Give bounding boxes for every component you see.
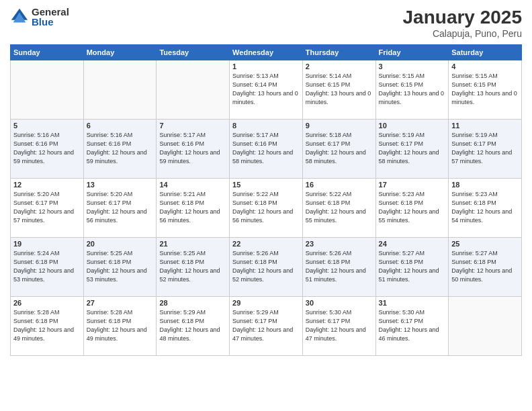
calendar-title: January 2025 [403, 7, 522, 28]
day-info: Sunrise: 5:24 AMSunset: 6:18 PMDaylight:… [13, 249, 81, 284]
day-info: Sunrise: 5:29 AMSunset: 6:17 PMDaylight:… [232, 308, 300, 343]
table-cell: 5Sunrise: 5:16 AMSunset: 6:16 PMDaylight… [11, 120, 84, 179]
day-number: 24 [379, 240, 446, 248]
header-monday: Monday [83, 45, 157, 60]
table-cell: 6Sunrise: 5:16 AMSunset: 6:16 PMDaylight… [83, 120, 157, 179]
table-cell: 12Sunrise: 5:20 AMSunset: 6:17 PMDayligh… [11, 179, 84, 238]
table-cell: 25Sunrise: 5:27 AMSunset: 6:18 PMDayligh… [449, 238, 522, 297]
day-number: 28 [159, 299, 226, 307]
day-number: 12 [13, 181, 81, 189]
table-cell: 19Sunrise: 5:24 AMSunset: 6:18 PMDayligh… [11, 238, 84, 297]
calendar-subtitle: Calapuja, Puno, Peru [403, 28, 522, 39]
table-cell: 22Sunrise: 5:26 AMSunset: 6:18 PMDayligh… [230, 238, 303, 297]
table-cell [157, 60, 230, 120]
day-info: Sunrise: 5:22 AMSunset: 6:18 PMDaylight:… [306, 190, 373, 225]
day-info: Sunrise: 5:17 AMSunset: 6:16 PMDaylight:… [159, 131, 226, 166]
day-info: Sunrise: 5:27 AMSunset: 6:18 PMDaylight:… [451, 249, 519, 284]
table-cell: 9Sunrise: 5:18 AMSunset: 6:17 PMDaylight… [302, 120, 375, 179]
day-number: 8 [232, 122, 300, 130]
day-number: 4 [451, 62, 519, 71]
table-cell: 27Sunrise: 5:28 AMSunset: 6:18 PMDayligh… [83, 297, 157, 356]
table-cell: 28Sunrise: 5:29 AMSunset: 6:18 PMDayligh… [157, 297, 230, 356]
week-row-2: 12Sunrise: 5:20 AMSunset: 6:17 PMDayligh… [11, 179, 522, 238]
week-row-4: 26Sunrise: 5:28 AMSunset: 6:18 PMDayligh… [11, 297, 522, 356]
table-cell: 21Sunrise: 5:25 AMSunset: 6:18 PMDayligh… [157, 238, 230, 297]
table-cell: 16Sunrise: 5:22 AMSunset: 6:18 PMDayligh… [302, 179, 375, 238]
day-number: 30 [306, 299, 373, 307]
day-number: 25 [451, 240, 519, 248]
day-number: 22 [232, 240, 300, 248]
day-info: Sunrise: 5:30 AMSunset: 6:17 PMDaylight:… [306, 308, 373, 343]
table-cell: 18Sunrise: 5:23 AMSunset: 6:18 PMDayligh… [449, 179, 522, 238]
day-info: Sunrise: 5:30 AMSunset: 6:17 PMDaylight:… [379, 308, 446, 343]
day-info: Sunrise: 5:14 AMSunset: 6:15 PMDaylight:… [306, 72, 373, 107]
day-number: 6 [87, 122, 154, 130]
day-number: 9 [306, 122, 373, 130]
day-info: Sunrise: 5:13 AMSunset: 6:14 PMDaylight:… [232, 72, 300, 107]
day-number: 2 [306, 62, 373, 71]
table-cell: 30Sunrise: 5:30 AMSunset: 6:17 PMDayligh… [302, 297, 375, 356]
day-number: 15 [232, 181, 300, 189]
day-number: 29 [232, 299, 300, 307]
table-cell: 26Sunrise: 5:28 AMSunset: 6:18 PMDayligh… [11, 297, 84, 356]
day-number: 7 [159, 122, 226, 130]
day-info: Sunrise: 5:18 AMSunset: 6:17 PMDaylight:… [306, 131, 373, 166]
table-cell: 14Sunrise: 5:21 AMSunset: 6:18 PMDayligh… [157, 179, 230, 238]
day-info: Sunrise: 5:26 AMSunset: 6:18 PMDaylight:… [232, 249, 300, 284]
day-info: Sunrise: 5:19 AMSunset: 6:17 PMDaylight:… [379, 131, 446, 166]
header-friday: Friday [375, 45, 449, 60]
table-cell [83, 60, 157, 120]
day-number: 13 [87, 181, 154, 189]
table-cell: 24Sunrise: 5:27 AMSunset: 6:18 PMDayligh… [375, 238, 449, 297]
table-cell: 29Sunrise: 5:29 AMSunset: 6:17 PMDayligh… [230, 297, 303, 356]
day-number: 23 [306, 240, 373, 248]
day-number: 20 [87, 240, 154, 248]
day-info: Sunrise: 5:23 AMSunset: 6:18 PMDaylight:… [379, 190, 446, 225]
day-number: 26 [13, 299, 81, 307]
day-number: 31 [379, 299, 446, 307]
day-number: 21 [159, 240, 226, 248]
day-info: Sunrise: 5:28 AMSunset: 6:18 PMDaylight:… [13, 308, 81, 343]
day-number: 16 [306, 181, 373, 189]
header-saturday: Saturday [449, 45, 522, 60]
header-tuesday: Tuesday [157, 45, 230, 60]
week-row-1: 5Sunrise: 5:16 AMSunset: 6:16 PMDaylight… [11, 120, 522, 179]
table-cell [449, 297, 522, 356]
day-info: Sunrise: 5:15 AMSunset: 6:15 PMDaylight:… [451, 72, 519, 107]
calendar-table: Sunday Monday Tuesday Wednesday Thursday… [10, 44, 522, 356]
day-number: 5 [13, 122, 81, 130]
logo-blue-text: Blue [32, 17, 69, 27]
header-thursday: Thursday [302, 45, 375, 60]
day-number: 1 [232, 62, 300, 71]
table-cell: 1Sunrise: 5:13 AMSunset: 6:14 PMDaylight… [230, 60, 303, 120]
day-info: Sunrise: 5:25 AMSunset: 6:18 PMDaylight:… [87, 249, 154, 284]
table-cell: 7Sunrise: 5:17 AMSunset: 6:16 PMDaylight… [157, 120, 230, 179]
day-number: 3 [379, 62, 446, 71]
table-cell: 2Sunrise: 5:14 AMSunset: 6:15 PMDaylight… [302, 60, 375, 120]
logo-general-text: General [32, 7, 69, 17]
table-cell: 15Sunrise: 5:22 AMSunset: 6:18 PMDayligh… [230, 179, 303, 238]
day-info: Sunrise: 5:21 AMSunset: 6:18 PMDaylight:… [159, 190, 226, 225]
logo: General Blue [10, 7, 69, 27]
day-info: Sunrise: 5:15 AMSunset: 6:15 PMDaylight:… [379, 72, 446, 107]
day-info: Sunrise: 5:20 AMSunset: 6:17 PMDaylight:… [87, 190, 154, 225]
page: General Blue January 2025 Calapuja, Puno… [0, 0, 532, 411]
table-cell [11, 60, 84, 120]
day-info: Sunrise: 5:16 AMSunset: 6:16 PMDaylight:… [13, 131, 81, 166]
table-cell: 20Sunrise: 5:25 AMSunset: 6:18 PMDayligh… [83, 238, 157, 297]
day-info: Sunrise: 5:23 AMSunset: 6:18 PMDaylight:… [451, 190, 519, 225]
day-info: Sunrise: 5:28 AMSunset: 6:18 PMDaylight:… [87, 308, 154, 343]
day-number: 11 [451, 122, 519, 130]
day-number: 17 [379, 181, 446, 189]
table-cell: 17Sunrise: 5:23 AMSunset: 6:18 PMDayligh… [375, 179, 449, 238]
logo-icon [10, 7, 29, 26]
table-cell: 23Sunrise: 5:26 AMSunset: 6:18 PMDayligh… [302, 238, 375, 297]
day-number: 18 [451, 181, 519, 189]
table-cell: 3Sunrise: 5:15 AMSunset: 6:15 PMDaylight… [375, 60, 449, 120]
table-cell: 13Sunrise: 5:20 AMSunset: 6:17 PMDayligh… [83, 179, 157, 238]
table-cell: 31Sunrise: 5:30 AMSunset: 6:17 PMDayligh… [375, 297, 449, 356]
day-info: Sunrise: 5:29 AMSunset: 6:18 PMDaylight:… [159, 308, 226, 343]
day-number: 27 [87, 299, 154, 307]
header-wednesday: Wednesday [230, 45, 303, 60]
day-number: 19 [13, 240, 81, 248]
